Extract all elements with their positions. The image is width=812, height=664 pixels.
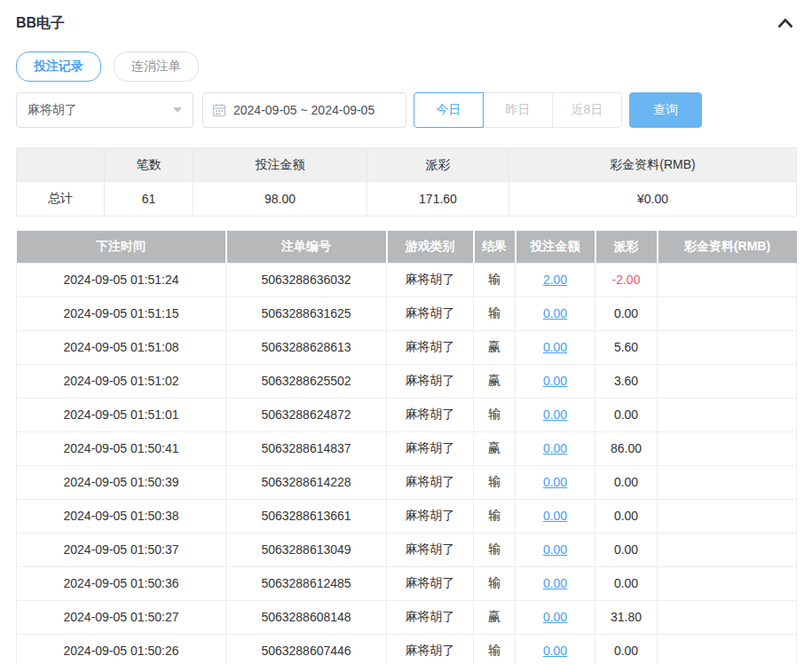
order-no-cell: 5063288636032 — [226, 263, 387, 296]
filter-bar: 麻将胡了 2024-09-05 ~ 2024-09-05 今日昨日近8 — [16, 92, 796, 128]
bet-amount-link[interactable]: 0.00 — [543, 576, 567, 590]
bonus-cell — [658, 330, 797, 364]
bet-amount-link[interactable]: 0.00 — [543, 610, 567, 624]
table-row: 2024-09-05 01:51:155063288631625麻将胡了输0.0… — [17, 296, 797, 330]
tab-betting-records[interactable]: 投注记录 — [16, 51, 101, 82]
game-select[interactable]: 麻将胡了 — [16, 92, 193, 128]
bet-time-cell: 2024-09-05 01:50:41 — [17, 431, 226, 465]
bet-time-cell: 2024-09-05 01:51:02 — [17, 364, 226, 398]
bet-amount-cell: 0.00 — [516, 533, 595, 566]
bet-amount-link[interactable]: 0.00 — [543, 374, 567, 388]
bonus-cell — [658, 398, 797, 431]
quick-date-button-0[interactable]: 今日 — [414, 92, 484, 128]
game-type-cell: 麻将胡了 — [387, 499, 474, 533]
bet-amount-link[interactable]: 2.00 — [543, 273, 567, 287]
bet-amount-link[interactable]: 0.00 — [543, 340, 567, 354]
table-row: 2024-09-05 01:50:365063288612485麻将胡了输0.0… — [17, 566, 797, 600]
calendar-icon — [212, 103, 226, 117]
table-row: 2024-09-05 01:50:275063288608148麻将胡了赢0.0… — [17, 600, 797, 634]
bonus-cell — [658, 263, 797, 296]
bet-amount-cell: 0.00 — [516, 330, 595, 364]
search-button[interactable]: 查询 — [629, 92, 702, 128]
bet-amount-cell: 0.00 — [516, 296, 595, 330]
bet-amount-link[interactable]: 0.00 — [543, 509, 567, 523]
bet-amount-cell: 0.00 — [516, 499, 595, 533]
bet-time-cell: 2024-09-05 01:51:15 — [17, 296, 226, 330]
order-no-cell: 5063288613661 — [226, 499, 387, 533]
bonus-cell — [658, 364, 797, 398]
bonus-cell — [658, 600, 797, 634]
quick-date-button-2[interactable]: 近8日 — [552, 92, 622, 128]
date-range-input[interactable]: 2024-09-05 ~ 2024-09-05 — [202, 92, 406, 128]
payout-cell: 5.60 — [595, 330, 658, 364]
game-type-cell: 麻将胡了 — [387, 263, 474, 296]
bet-amount-cell: 2.00 — [516, 263, 595, 296]
table-row: 2024-09-05 01:51:245063288636032麻将胡了输2.0… — [17, 263, 797, 296]
bet-amount-link[interactable]: 0.00 — [543, 475, 567, 489]
bet-time-cell: 2024-09-05 01:50:27 — [17, 600, 226, 634]
detail-header-cell: 游戏类别 — [387, 231, 474, 263]
bet-time-cell: 2024-09-05 01:50:39 — [17, 465, 226, 499]
detail-header-cell: 彩金资料(RMB) — [658, 231, 797, 263]
table-row: 2024-09-05 01:50:265063288607446麻将胡了输0.0… — [17, 634, 797, 664]
date-range-value: 2024-09-05 ~ 2024-09-05 — [233, 103, 374, 117]
game-type-cell: 麻将胡了 — [387, 600, 474, 634]
bet-amount-link[interactable]: 0.00 — [543, 407, 567, 422]
order-no-cell: 5063288614228 — [226, 465, 387, 499]
bet-amount-link[interactable]: 0.00 — [543, 306, 567, 320]
game-type-cell: 麻将胡了 — [387, 330, 474, 364]
summary-header-cell: 笔数 — [105, 148, 193, 182]
bet-amount-cell: 0.00 — [516, 566, 595, 600]
bet-amount-link[interactable]: 0.00 — [543, 644, 567, 658]
page-header: BB电子 — [16, 12, 796, 34]
result-cell: 赢 — [474, 431, 516, 465]
bet-time-cell: 2024-09-05 01:50:26 — [17, 634, 226, 664]
detail-header-cell: 投注金额 — [516, 231, 595, 263]
bet-amount-cell: 0.00 — [516, 398, 595, 431]
page-title: BB电子 — [16, 14, 65, 33]
quick-date-button-1[interactable]: 昨日 — [483, 92, 553, 128]
bet-time-cell: 2024-09-05 01:51:24 — [17, 263, 226, 296]
bet-amount-link[interactable]: 0.00 — [543, 542, 567, 557]
result-cell: 输 — [474, 499, 516, 533]
order-no-cell: 5063288613049 — [226, 533, 387, 566]
table-row: 2024-09-05 01:50:395063288614228麻将胡了输0.0… — [17, 465, 797, 499]
bet-amount-cell: 0.00 — [516, 364, 595, 398]
bet-amount-cell: 0.00 — [516, 431, 595, 465]
summary-total-row: 总计6198.00171.60¥0.00 — [17, 182, 797, 217]
payout-cell: 0.00 — [595, 499, 658, 533]
table-row: 2024-09-05 01:51:085063288628613麻将胡了赢0.0… — [17, 330, 797, 364]
game-type-cell: 麻将胡了 — [387, 533, 474, 566]
chevron-down-icon — [173, 107, 182, 113]
order-no-cell: 5063288612485 — [226, 566, 387, 600]
betting-records-panel: BB电子 投注记录连消注单 麻将胡了 — [0, 0, 812, 664]
game-type-cell: 麻将胡了 — [387, 431, 474, 465]
summary-cell: 61 — [105, 182, 193, 217]
collapse-panel-button[interactable] — [775, 15, 796, 31]
game-type-cell: 麻将胡了 — [387, 398, 474, 431]
payout-cell: 31.80 — [595, 600, 658, 634]
bet-amount-link[interactable]: 0.00 — [543, 441, 567, 455]
game-type-cell: 麻将胡了 — [387, 364, 474, 398]
detail-header-cell: 派彩 — [595, 231, 658, 263]
order-no-cell: 5063288628613 — [226, 330, 387, 364]
payout-cell: 0.00 — [595, 296, 658, 330]
game-type-cell: 麻将胡了 — [387, 634, 474, 664]
order-no-cell: 5063288624872 — [226, 398, 387, 431]
bet-time-cell: 2024-09-05 01:50:37 — [17, 533, 226, 566]
tab-cancelled-orders[interactable]: 连消注单 — [114, 51, 199, 82]
result-cell: 输 — [474, 465, 516, 499]
result-cell: 输 — [474, 566, 516, 600]
bet-time-cell: 2024-09-05 01:51:08 — [17, 330, 226, 364]
payout-cell: 0.00 — [595, 634, 658, 664]
order-no-cell: 5063288625502 — [226, 364, 387, 398]
result-cell: 输 — [474, 296, 516, 330]
detail-header-cell: 下注时间 — [17, 231, 226, 263]
result-cell: 输 — [474, 634, 516, 664]
bonus-cell — [658, 566, 797, 600]
summary-header-cell: 投注金额 — [193, 148, 367, 182]
bonus-cell — [658, 465, 797, 499]
payout-cell: 0.00 — [595, 398, 658, 431]
quick-date-button-group: 今日昨日近8日 — [414, 92, 622, 128]
payout-cell: -2.00 — [595, 263, 658, 296]
